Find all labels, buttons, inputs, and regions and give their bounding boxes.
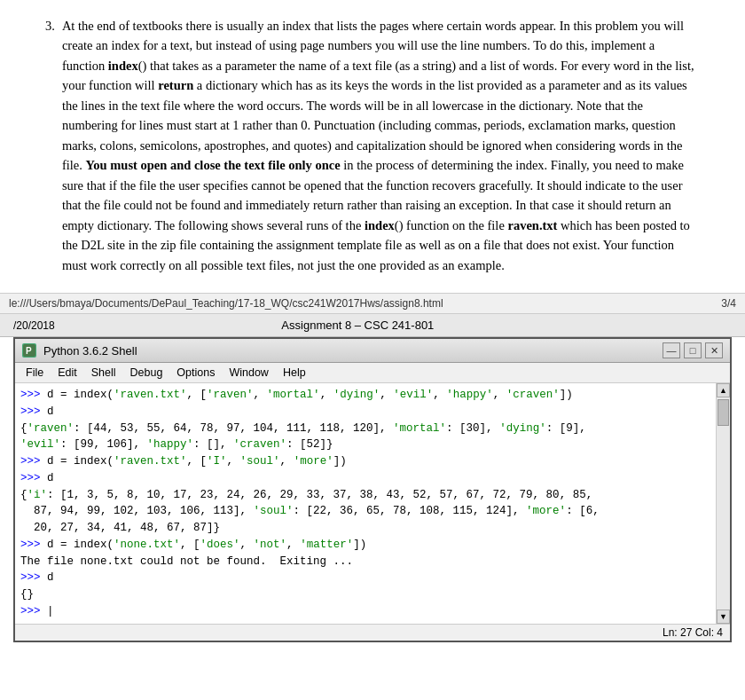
shell-line: >>> d bbox=[20, 570, 710, 586]
shell-line: {'raven': [44, 53, 55, 64, 78, 97, 104, … bbox=[20, 421, 710, 437]
para1e: () function on the file bbox=[395, 218, 508, 232]
menu-options[interactable]: Options bbox=[169, 365, 222, 381]
shell-content[interactable]: >>> d = index('raven.txt', ['raven', 'mo… bbox=[15, 383, 716, 624]
page-number: 3/4 bbox=[721, 297, 736, 310]
shell-line: >>> d bbox=[20, 404, 710, 421]
address-bar: le:///Users/bmaya/Documents/DePaul_Teach… bbox=[0, 293, 745, 314]
shell-titlebar: P Python 3.6.2 Shell — □ ✕ bbox=[15, 339, 730, 363]
scroll-up-button[interactable]: ▲ bbox=[717, 383, 730, 397]
problem-item: 3. At the end of textbooks there is usua… bbox=[45, 16, 700, 275]
problem-body: At the end of textbooks there is usually… bbox=[62, 16, 700, 275]
maximize-button[interactable]: □ bbox=[684, 342, 702, 358]
menu-file[interactable]: File bbox=[19, 365, 51, 381]
shell-line: 'evil': [99, 106], 'happy': [], 'craven'… bbox=[20, 437, 710, 453]
scrollbar-track[interactable] bbox=[717, 397, 730, 610]
menu-help[interactable]: Help bbox=[276, 365, 313, 381]
scrollbar-thumb[interactable] bbox=[718, 399, 729, 426]
menu-window[interactable]: Window bbox=[222, 365, 275, 381]
assignment-header: /20/2018 Assignment 8 – CSC 241-801 bbox=[0, 314, 745, 337]
menu-shell[interactable]: Shell bbox=[84, 365, 123, 381]
close-button[interactable]: ✕ bbox=[705, 342, 723, 358]
file-path: le:///Users/bmaya/Documents/DePaul_Teach… bbox=[9, 297, 443, 310]
shell-line: {} bbox=[20, 586, 710, 603]
shell-menubar: File Edit Shell Debug Options Window Hel… bbox=[15, 363, 730, 383]
return-bold: return bbox=[158, 78, 193, 92]
shell-body: >>> d = index('raven.txt', ['raven', 'mo… bbox=[15, 383, 730, 624]
assignment-title: Assignment 8 – CSC 241-801 bbox=[281, 319, 434, 332]
scroll-down-button[interactable]: ▼ bbox=[717, 610, 730, 624]
shell-inner: >>> d = index('raven.txt', ['raven', 'mo… bbox=[15, 383, 716, 624]
shell-line: {'i': [1, 3, 5, 8, 10, 17, 23, 24, 26, 2… bbox=[20, 487, 710, 504]
window-controls: — □ ✕ bbox=[663, 342, 723, 358]
minimize-button[interactable]: — bbox=[663, 342, 680, 358]
menu-debug[interactable]: Debug bbox=[123, 365, 170, 381]
function-name-bold: index bbox=[108, 59, 138, 73]
shell-prompt-line[interactable]: >>> | bbox=[20, 603, 710, 620]
shell-line: >>> d = index('raven.txt', ['I', 'soul',… bbox=[20, 453, 710, 470]
problem-number: 3. bbox=[45, 16, 55, 275]
assignment-date: /20/2018 bbox=[13, 319, 55, 332]
shell-line: The file none.txt could not be found. Ex… bbox=[20, 554, 710, 570]
cursor-position: Ln: 27 Col: 4 bbox=[663, 626, 723, 639]
shell-line: 87, 94, 99, 102, 103, 106, 113], 'soul':… bbox=[20, 503, 710, 520]
svg-text:P: P bbox=[26, 346, 32, 356]
shell-line: >>> d = index('none.txt', ['does', 'not'… bbox=[20, 537, 710, 554]
shell-line: >>> d bbox=[20, 470, 710, 487]
shell-title: Python 3.6.2 Shell bbox=[43, 344, 655, 358]
menu-edit[interactable]: Edit bbox=[51, 365, 84, 381]
index-bold: index bbox=[365, 218, 395, 232]
shell-statusbar: Ln: 27 Col: 4 bbox=[15, 624, 730, 641]
python-icon: P bbox=[22, 343, 36, 358]
shell-scrollbar[interactable]: ▲ ▼ bbox=[716, 383, 730, 624]
shell-window: P Python 3.6.2 Shell — □ ✕ File Edit She… bbox=[13, 337, 732, 642]
document-area: 3. At the end of textbooks there is usua… bbox=[0, 0, 745, 293]
shell-line: >>> d = index('raven.txt', ['raven', 'mo… bbox=[20, 387, 710, 404]
shell-line: 20, 27, 34, 41, 48, 67, 87]} bbox=[20, 520, 710, 537]
bold1: You must open and close the text file on… bbox=[85, 158, 340, 172]
raven-filename: raven.txt bbox=[507, 218, 557, 232]
